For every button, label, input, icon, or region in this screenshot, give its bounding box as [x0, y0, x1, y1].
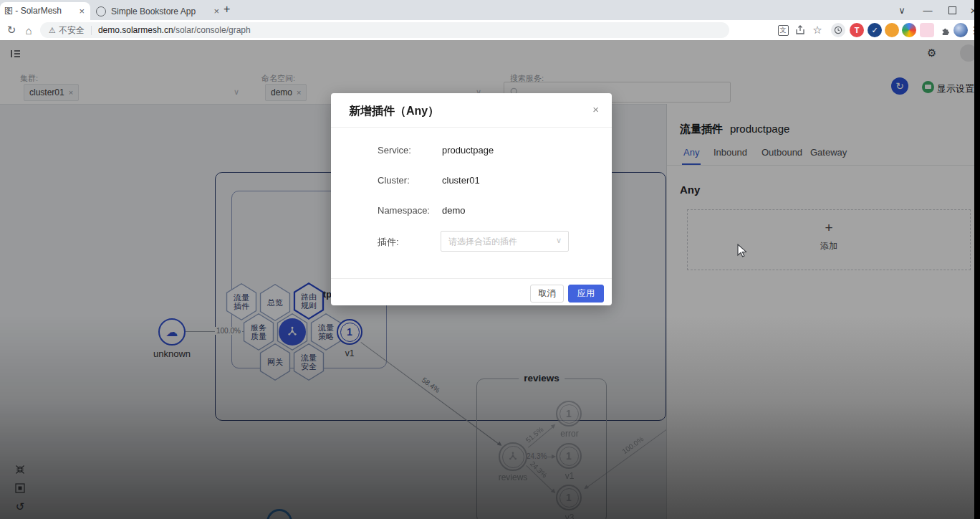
service-value: productpage: [442, 145, 494, 156]
browser-address-bar: ↻ ⌂ ⚠ 不安全 demo.solarmesh.cn /solar/conso…: [0, 20, 980, 41]
modal-footer: 取消 应用: [331, 278, 612, 306]
service-label: Service:: [378, 145, 411, 156]
browser-tab-solarmesh[interactable]: 图 - SolarMesh ×: [0, 2, 90, 20]
window-restore-button[interactable]: [941, 0, 963, 20]
extension-t-icon[interactable]: T: [850, 23, 864, 37]
window-minimize-button[interactable]: —: [917, 0, 938, 20]
tab-title: Simple Bookstore App: [111, 6, 196, 16]
url-path: /solar/console/graph: [173, 25, 251, 35]
tab-title: 图 - SolarMesh: [4, 5, 62, 17]
browser-tab-strip: 图 - SolarMesh × Simple Bookstore App × +…: [0, 0, 980, 20]
extension-check-icon[interactable]: ✓: [868, 23, 882, 37]
browser-tab-bookstore[interactable]: Simple Bookstore App ×: [90, 2, 225, 20]
clock-glyph: [834, 26, 842, 34]
new-tab-button[interactable]: +: [224, 3, 230, 16]
translate-icon[interactable]: 文: [775, 20, 791, 40]
extension-pumpkin-icon[interactable]: [885, 23, 899, 37]
chevron-down-icon: ∨: [556, 236, 562, 245]
modal-close-icon[interactable]: ×: [592, 103, 599, 115]
share-glyph: [795, 25, 805, 35]
screen: 图 - SolarMesh × Simple Bookstore App × +…: [0, 0, 980, 519]
modal-title: 新增插件（Any）: [349, 104, 439, 119]
cluster-label: Cluster:: [378, 175, 410, 186]
url-divider: [91, 26, 92, 35]
plugin-label: 插件:: [378, 236, 399, 249]
tab-favicon: [96, 6, 106, 16]
tab-search-chevron-icon[interactable]: ∨: [891, 0, 913, 20]
plugin-select-placeholder: 请选择合适的插件: [448, 236, 517, 248]
extension-colorwheel-icon[interactable]: [902, 23, 916, 37]
namespace-label: Namespace:: [378, 205, 430, 216]
screen-edge-bar: [974, 0, 980, 519]
add-plugin-modal: 新增插件（Any） × Service: productpage Cluster…: [331, 93, 612, 305]
not-secure-warning-icon: ⚠: [49, 26, 56, 35]
url-box[interactable]: ⚠ 不安全 demo.solarmesh.cn /solar/console/g…: [40, 22, 729, 38]
apply-button[interactable]: 应用: [568, 285, 604, 303]
not-secure-label: 不安全: [59, 24, 85, 37]
puzzle-glyph: [940, 25, 951, 36]
tab-close-icon[interactable]: ×: [73, 6, 90, 16]
profile-avatar[interactable]: [953, 23, 968, 37]
cluster-value: cluster01: [442, 175, 480, 186]
modal-header: 新增插件（Any） ×: [331, 93, 612, 128]
share-icon[interactable]: [792, 20, 808, 40]
bookmark-star-icon[interactable]: ☆: [810, 20, 825, 40]
extension-clock-icon[interactable]: [831, 23, 845, 37]
url-host: demo.solarmesh.cn: [98, 25, 173, 35]
extensions-puzzle-icon[interactable]: [937, 20, 953, 40]
extension-pink-icon[interactable]: [920, 23, 934, 37]
namespace-value: demo: [442, 205, 466, 216]
plugin-select[interactable]: 请选择合适的插件 ∨: [441, 231, 569, 252]
tab-close-icon[interactable]: ×: [208, 6, 225, 16]
reload-icon[interactable]: ↻: [3, 20, 20, 40]
mouse-cursor: [736, 244, 748, 261]
cancel-button[interactable]: 取消: [530, 285, 564, 303]
home-icon[interactable]: ⌂: [20, 20, 37, 40]
restore-icon: [948, 6, 956, 14]
